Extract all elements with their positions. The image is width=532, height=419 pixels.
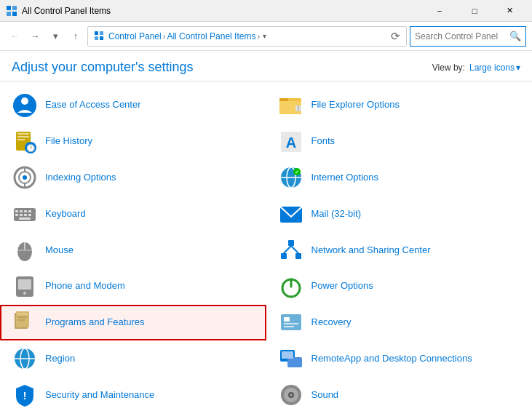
item-remoteapp[interactable]: RemoteApp and Desktop Connections	[266, 340, 533, 377]
keyboard-icon	[12, 201, 38, 227]
address-icon	[94, 31, 106, 42]
svg-rect-7	[100, 36, 103, 40]
svg-rect-16	[17, 133, 29, 135]
address-dropdown-button[interactable]: ▾	[263, 32, 266, 40]
svg-text:!: !	[23, 390, 27, 402]
title-bar-left: All Control Panel Items	[6, 5, 111, 17]
indexing-options-icon	[12, 164, 38, 191]
item-network-sharing[interactable]: Network and Sharing Center	[266, 232, 533, 268]
mouse-icon	[12, 237, 38, 263]
svg-rect-71	[282, 351, 293, 359]
fonts-icon: A	[278, 129, 304, 155]
item-recovery[interactable]: Recovery	[266, 305, 533, 341]
svg-rect-18	[17, 139, 25, 140]
item-file-explorer-options[interactable]: File Explorer Options	[266, 87, 533, 124]
file-explorer-options-label: File Explorer Options	[311, 99, 400, 111]
item-ease-of-access[interactable]: Ease of Access Center	[0, 87, 266, 124]
item-fonts[interactable]: AFonts	[266, 124, 533, 160]
network-sharing-label: Network and Sharing Center	[311, 244, 431, 257]
power-options-label: Power Options	[311, 280, 373, 292]
svg-rect-64	[284, 323, 298, 324]
svg-text:A: A	[285, 135, 295, 151]
up-button[interactable]: ↑	[67, 28, 84, 45]
svg-line-51	[291, 246, 298, 253]
svg-text:✓: ✓	[295, 169, 299, 175]
svg-line-50	[284, 246, 291, 253]
security-maintenance-icon: !	[12, 382, 38, 408]
title-bar: All Control Panel Items − □ ✕	[0, 0, 532, 22]
sound-icon	[278, 382, 304, 408]
ease-of-access-icon	[12, 92, 38, 119]
svg-rect-1	[12, 6, 17, 10]
item-keyboard[interactable]: Keyboard	[0, 196, 266, 232]
remoteapp-icon	[278, 346, 304, 372]
view-by-dropdown-icon: ▾	[516, 63, 520, 73]
svg-point-27	[23, 175, 27, 180]
svg-rect-62	[281, 314, 301, 330]
file-history-label: File History	[45, 135, 92, 148]
items-grid: Ease of Access CenterFile Explorer Optio…	[0, 81, 532, 419]
minimize-button[interactable]: −	[423, 0, 456, 22]
svg-rect-61	[17, 319, 25, 321]
svg-rect-2	[7, 12, 11, 16]
security-maintenance-label: Security and Maintenance	[45, 389, 154, 402]
recent-button[interactable]: ▾	[47, 28, 64, 45]
svg-rect-65	[284, 326, 294, 327]
svg-rect-6	[95, 36, 98, 40]
svg-point-76	[290, 394, 293, 396]
svg-rect-39	[20, 214, 23, 216]
title-bar-controls: − □ ✕	[423, 0, 526, 22]
item-programs-features[interactable]: Programs and Features	[0, 305, 266, 341]
items-area: Ease of Access CenterFile Explorer Optio…	[0, 81, 532, 419]
recovery-icon	[278, 310, 304, 336]
forward-button[interactable]: →	[26, 28, 44, 45]
fonts-label: Fonts	[311, 135, 336, 148]
search-box[interactable]: 🔍	[410, 26, 526, 47]
view-by-value[interactable]: Large icons ▾	[469, 63, 520, 73]
keyboard-label: Keyboard	[45, 208, 86, 220]
refresh-button[interactable]: ⟳	[391, 30, 400, 43]
item-mouse[interactable]: Mouse	[0, 232, 266, 268]
svg-rect-48	[281, 253, 287, 259]
phone-modem-label: Phone and Modem	[45, 280, 125, 292]
svg-rect-0	[7, 6, 11, 10]
mouse-label: Mouse	[45, 244, 74, 257]
item-file-history[interactable]: 🕐File History	[0, 124, 266, 160]
svg-rect-42	[19, 218, 31, 220]
svg-rect-47	[288, 240, 294, 246]
window-icon	[6, 5, 17, 17]
item-security-maintenance[interactable]: !Security and Maintenance	[0, 377, 266, 413]
breadcrumb-all-items[interactable]: All Control Panel Items	[167, 31, 255, 41]
svg-rect-45	[24, 242, 25, 250]
svg-rect-3	[12, 12, 17, 16]
item-indexing-options[interactable]: Indexing Options	[0, 160, 266, 196]
file-history-icon: 🕐	[12, 129, 38, 155]
search-icon: 🔍	[509, 31, 521, 41]
network-sharing-icon	[278, 237, 304, 263]
mail-icon	[278, 201, 304, 227]
item-mail[interactable]: Mail (32-bit)	[266, 196, 533, 232]
svg-rect-40	[24, 214, 27, 216]
svg-rect-63	[284, 317, 290, 322]
item-sound[interactable]: Sound	[266, 377, 533, 413]
svg-rect-17	[17, 136, 29, 137]
indexing-options-label: Indexing Options	[45, 172, 116, 184]
close-button[interactable]: ✕	[493, 0, 526, 22]
svg-point-8	[13, 94, 36, 117]
remoteapp-label: RemoteApp and Desktop Connections	[311, 353, 472, 365]
search-input[interactable]	[415, 31, 507, 41]
content-header: Adjust your computer's settings View by:…	[0, 51, 532, 81]
back-button[interactable]: ←	[6, 28, 23, 45]
item-internet-options[interactable]: ✓Internet Options	[266, 160, 533, 196]
window-title: All Control Panel Items	[22, 6, 111, 16]
file-explorer-options-icon	[278, 92, 304, 119]
page-title: Adjust your computer's settings	[12, 60, 194, 75]
sound-label: Sound	[311, 389, 339, 402]
address-bar: ← → ▾ ↑ Control Panel › All Control Pane…	[0, 22, 532, 51]
item-phone-modem[interactable]: Phone and Modem	[0, 268, 266, 305]
item-power-options[interactable]: Power Options	[266, 268, 533, 305]
mail-label: Mail (32-bit)	[311, 208, 362, 220]
maximize-button[interactable]: □	[458, 0, 491, 22]
breadcrumb-control-panel[interactable]: Control Panel	[108, 31, 162, 41]
item-region[interactable]: Region	[0, 340, 266, 377]
